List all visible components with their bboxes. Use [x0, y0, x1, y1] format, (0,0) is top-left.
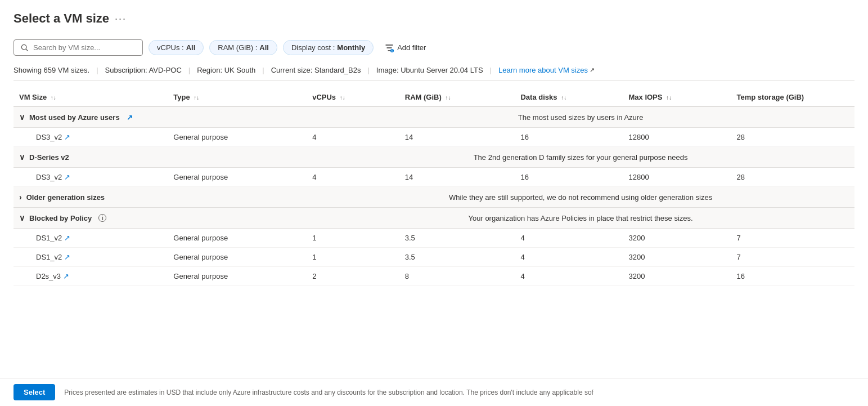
footer-bar: Select Prices presented are estimates in…	[0, 378, 868, 406]
current-size-info: Current size: Standard_B2s	[271, 66, 361, 74]
sep2: |	[188, 66, 190, 74]
row-trend-icon: ↗	[64, 253, 70, 261]
vm-name-cell: DS1_v2	[36, 234, 62, 242]
sep4: |	[367, 66, 369, 74]
add-filter-label: Add filter	[397, 43, 426, 52]
chevron-icon-2[interactable]: ›	[19, 193, 22, 202]
group-header-0: ∨Most used by Azure users↗The most used …	[14, 106, 854, 128]
group-desc-3: Your organization has Azure Policies in …	[307, 208, 854, 229]
group-desc-1: The 2nd generation D family sizes for yo…	[307, 147, 854, 168]
col-header-maxiops[interactable]: Max IOPS ↑↓	[623, 88, 731, 106]
ram-filter-value: All	[259, 43, 269, 52]
vm-name-cell: DS1_v2	[36, 253, 62, 261]
vm-tempstorage-cell: 28	[731, 168, 855, 187]
display-cost-filter-chip[interactable]: Display cost : Monthly	[283, 40, 374, 55]
table-row[interactable]: DS3_v2 ↗General purpose414161280028	[14, 168, 854, 187]
learn-more-link[interactable]: Learn more about VM sizes	[498, 66, 588, 74]
search-icon	[21, 44, 29, 52]
sort-icon-datadisks: ↑↓	[561, 95, 566, 101]
vm-type-cell: General purpose	[168, 229, 307, 248]
vm-ram-cell: 3.5	[399, 229, 515, 248]
sort-icon-maxiops: ↑↓	[666, 95, 672, 101]
vm-datadisks-cell: 16	[515, 168, 623, 187]
subscription-info: Subscription: AVD-POC	[105, 66, 182, 74]
vm-tempstorage-cell: 7	[731, 229, 855, 248]
sep1: |	[96, 66, 98, 74]
col-header-type[interactable]: Type ↑↓	[168, 88, 307, 106]
group-header-2: ›Older generation sizesWhile they are st…	[14, 187, 854, 208]
footer-disclaimer: Prices presented are estimates in USD th…	[64, 389, 593, 396]
image-info: Image: Ubuntu Server 20.04 LTS	[376, 66, 483, 74]
title-ellipsis: ···	[115, 13, 127, 25]
vm-tempstorage-cell: 28	[731, 128, 855, 147]
table-row[interactable]: D2s_v3 ↗General purpose284320016	[14, 267, 854, 286]
vm-name-cell: DS3_v2	[36, 173, 62, 181]
sort-icon-type: ↑↓	[194, 95, 199, 101]
group-name-0: Most used by Azure users	[29, 113, 120, 122]
search-input[interactable]	[33, 43, 136, 52]
vm-datadisks-cell: 4	[515, 229, 623, 248]
display-cost-filter-label: Display cost :	[291, 43, 335, 52]
group-name-2: Older generation sizes	[26, 193, 105, 202]
showing-count: Showing 659 VM sizes.	[14, 66, 89, 74]
vm-vcpus-cell: 1	[307, 229, 399, 248]
vm-type-cell: General purpose	[168, 267, 307, 286]
vm-name-cell: D2s_v3	[36, 272, 61, 280]
sep3: |	[262, 66, 264, 74]
vm-type-cell: General purpose	[168, 248, 307, 267]
col-header-vmsize[interactable]: VM Size ↑↓	[14, 88, 168, 106]
sort-icon-ram: ↑↓	[445, 95, 451, 101]
row-trend-icon: ↗	[64, 173, 70, 181]
trend-icon-0: ↗	[127, 113, 133, 122]
vm-tempstorage-cell: 16	[731, 267, 855, 286]
select-button[interactable]: Select	[14, 384, 55, 400]
row-trend-icon: ↗	[64, 133, 70, 141]
vm-vcpus-cell: 1	[307, 248, 399, 267]
filter-bar: vCPUs : All RAM (GiB) : All Display cost…	[14, 39, 854, 56]
group-name-1: D-Series v2	[29, 153, 69, 162]
add-filter-button[interactable]: Add filter	[379, 41, 431, 55]
vm-vcpus-cell: 2	[307, 267, 399, 286]
row-trend-icon: ↗	[64, 234, 70, 242]
vm-maxiops-cell: 3200	[623, 267, 731, 286]
display-cost-filter-value: Monthly	[337, 43, 365, 52]
chevron-icon-1[interactable]: ∨	[19, 153, 25, 162]
group-desc-2: While they are still supported, we do no…	[307, 187, 854, 208]
col-header-tempstorage[interactable]: Temp storage (GiB)	[731, 88, 855, 106]
vm-datadisks-cell: 16	[515, 128, 623, 147]
search-box[interactable]	[14, 39, 143, 56]
vm-size-table: VM Size ↑↓ Type ↑↓ vCPUs ↑↓ RAM (GiB) ↑↓	[14, 88, 854, 286]
region-info: Region: UK South	[197, 66, 255, 74]
vm-ram-cell: 14	[399, 168, 515, 187]
ram-filter-chip[interactable]: RAM (GiB) : All	[209, 40, 277, 55]
col-header-ram[interactable]: RAM (GiB) ↑↓	[399, 88, 515, 106]
vm-table-container: VM Size ↑↓ Type ↑↓ vCPUs ↑↓ RAM (GiB) ↑↓	[14, 88, 854, 286]
ram-filter-label: RAM (GiB) :	[218, 43, 257, 52]
table-row[interactable]: DS1_v2 ↗General purpose13.5432007	[14, 229, 854, 248]
vcpus-filter-label: vCPUs :	[157, 43, 184, 52]
sep5: |	[490, 66, 492, 74]
svg-line-1	[26, 49, 28, 51]
vm-type-cell: General purpose	[168, 128, 307, 147]
vm-datadisks-cell: 4	[515, 267, 623, 286]
vm-vcpus-cell: 4	[307, 128, 399, 147]
group-header-3: ∨Blocked by PolicyiYour organization has…	[14, 208, 854, 229]
info-circle-3[interactable]: i	[98, 214, 106, 222]
group-header-1: ∨D-Series v2The 2nd generation D family …	[14, 147, 854, 168]
vm-name-cell: DS3_v2	[36, 133, 62, 141]
row-trend-icon: ↗	[63, 272, 69, 280]
chevron-icon-0[interactable]: ∨	[19, 113, 25, 122]
group-name-3: Blocked by Policy	[29, 214, 92, 222]
page-title: Select a VM size	[14, 11, 109, 26]
vm-maxiops-cell: 3200	[623, 229, 731, 248]
table-row[interactable]: DS1_v2 ↗General purpose13.5432007	[14, 248, 854, 267]
chevron-icon-3[interactable]: ∨	[19, 213, 25, 222]
group-desc-0: The most used sizes by users in Azure	[307, 106, 854, 128]
vm-tempstorage-cell: 7	[731, 248, 855, 267]
vcpus-filter-chip[interactable]: vCPUs : All	[149, 40, 204, 55]
col-header-vcpus[interactable]: vCPUs ↑↓	[307, 88, 399, 106]
vm-maxiops-cell: 12800	[623, 128, 731, 147]
col-header-datadisks[interactable]: Data disks ↑↓	[515, 88, 623, 106]
table-row[interactable]: DS3_v2 ↗General purpose414161280028	[14, 128, 854, 147]
sort-icon-vmsize: ↑↓	[51, 95, 56, 101]
